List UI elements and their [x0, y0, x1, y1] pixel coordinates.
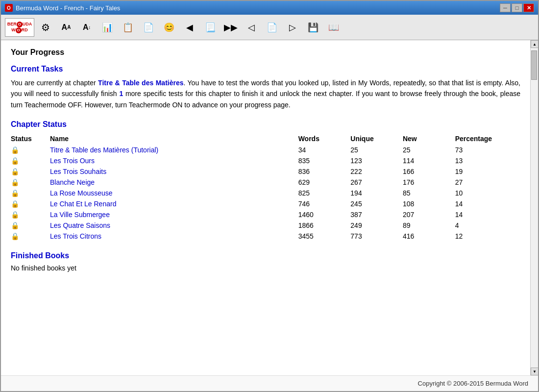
book-icon[interactable]: 📖	[324, 18, 343, 37]
font-size-icon[interactable]: AA	[57, 18, 75, 37]
words-cell: 629	[298, 177, 351, 188]
main-area: Your Progress Current Tasks You are curr…	[1, 40, 538, 375]
chapter-name-cell[interactable]: Les Trois Souhaits	[50, 166, 298, 177]
chapter-name-cell[interactable]: Les Trois Citrons	[50, 231, 298, 242]
percentage-cell: 4	[455, 220, 520, 231]
status-cell: 🔒	[11, 166, 50, 177]
chapter-link-5[interactable]: Le Chat Et Le Renard	[50, 200, 116, 208]
lock-icon: 🔒	[11, 232, 19, 240]
chapter-name-cell[interactable]: La Ville Submergee	[50, 209, 298, 220]
chapter-name-cell[interactable]: Le Chat Et Le Renard	[50, 198, 298, 209]
page-title: Your Progress	[11, 48, 520, 57]
new-cell: 416	[403, 231, 455, 242]
words-cell: 825	[298, 188, 351, 198]
fast-forward-icon[interactable]: ▶▶	[221, 18, 240, 37]
maximize-button[interactable]: □	[512, 3, 522, 12]
chapter-link-1[interactable]: Les Trois Ours	[50, 157, 95, 165]
status-cell: 🔒	[11, 198, 50, 209]
current-tasks-text: You are currently at chapter Titre & Tab…	[11, 77, 520, 110]
chapter-link-0[interactable]: Titre & Table des Matières (Tutorial)	[50, 146, 158, 154]
lock-icon: 🔒	[11, 178, 19, 186]
percentage-cell: 10	[455, 188, 520, 198]
chapter-count: 1	[119, 90, 123, 98]
table-header-row: Status Name Words Unique New Percentage	[11, 133, 520, 145]
scroll-up-arrow[interactable]: ▲	[531, 40, 538, 48]
percentage-cell: 19	[455, 166, 520, 177]
status-header: Status	[11, 133, 50, 145]
table-row: 🔒Les Trois Citrons345577341612	[11, 231, 520, 242]
logo-text: BEROUDAWORD	[7, 22, 32, 33]
chapter-link[interactable]: Titre & Table des Matières	[98, 79, 183, 87]
scroll-thumb[interactable]	[531, 50, 537, 80]
new-cell: 207	[403, 209, 455, 220]
scroll-track[interactable]	[531, 48, 538, 368]
text-view-icon[interactable]: 📃	[201, 18, 220, 37]
clipboard-icon[interactable]: 📋	[119, 18, 137, 37]
chapter-link-6[interactable]: La Ville Submergee	[50, 211, 110, 219]
back-icon[interactable]: ◁	[242, 18, 261, 37]
window-controls: ─ □ ✕	[500, 3, 534, 12]
forward-icon[interactable]: ▷	[283, 18, 302, 37]
copyright-text: Copyright © 2006-2015 Bermuda Word	[418, 380, 528, 387]
new-cell: 166	[403, 166, 455, 177]
notes-icon[interactable]: 📄	[139, 18, 158, 37]
app-icon: O	[5, 4, 13, 12]
finished-books-heading: Finished Books	[11, 251, 520, 260]
chapter-link-8[interactable]: Les Trois Citrons	[50, 232, 101, 240]
page-icon[interactable]: 📄	[263, 18, 281, 37]
words-cell: 3455	[298, 231, 351, 242]
lock-icon: 🔒	[11, 146, 19, 154]
chapter-link-2[interactable]: Les Trois Souhaits	[50, 168, 106, 175]
chapter-link-4[interactable]: La Rose Mousseuse	[50, 189, 113, 197]
unique-cell: 194	[350, 188, 403, 198]
chapter-name-cell[interactable]: Titre & Table des Matières (Tutorial)	[50, 145, 298, 155]
chapter-link-3[interactable]: Blanche Neige	[50, 178, 95, 186]
lock-icon: 🔒	[11, 200, 19, 208]
words-header: Words	[298, 133, 351, 145]
name-header: Name	[50, 133, 298, 145]
minimize-button[interactable]: ─	[500, 3, 511, 12]
content-area[interactable]: Your Progress Current Tasks You are curr…	[1, 40, 530, 375]
chart-icon[interactable]: 📊	[98, 18, 117, 37]
lock-icon: 🔒	[11, 211, 19, 219]
percentage-cell: 14	[455, 209, 520, 220]
unique-cell: 222	[350, 166, 403, 177]
status-cell: 🔒	[11, 177, 50, 188]
font-change-icon[interactable]: A↕	[77, 18, 96, 37]
chapter-table: Status Name Words Unique New Percentage …	[11, 133, 520, 242]
status-cell: 🔒	[11, 220, 50, 231]
percentage-header: Percentage	[455, 133, 520, 145]
unique-cell: 387	[350, 209, 403, 220]
app-icon-text: O	[7, 5, 11, 11]
face-icon[interactable]: 😊	[160, 18, 178, 37]
window-title: Bermuda Word - French - Fairy Tales	[16, 4, 120, 12]
table-row: 🔒Les Trois Ours83512311413	[11, 155, 520, 166]
chapter-name-cell[interactable]: Blanche Neige	[50, 177, 298, 188]
finished-books-text: No finished books yet	[11, 264, 520, 272]
words-cell: 34	[298, 145, 351, 155]
settings-icon[interactable]: ⚙	[36, 18, 55, 37]
close-button[interactable]: ✕	[523, 3, 534, 12]
logo-button[interactable]: BEROUDAWORD	[5, 18, 34, 37]
status-cell: 🔒	[11, 145, 50, 155]
new-cell: 176	[403, 177, 455, 188]
percentage-cell: 14	[455, 198, 520, 209]
percentage-cell: 73	[455, 145, 520, 155]
finished-books-section: Finished Books No finished books yet	[11, 251, 520, 272]
scroll-down-arrow[interactable]: ▼	[531, 368, 538, 375]
percentage-cell: 12	[455, 231, 520, 242]
chapter-name-cell[interactable]: Les Quatre Saisons	[50, 220, 298, 231]
scrollbar[interactable]: ▲ ▼	[530, 40, 538, 375]
current-tasks-heading: Current Tasks	[11, 65, 520, 74]
status-cell: 🔒	[11, 209, 50, 220]
save-icon[interactable]: 💾	[304, 18, 322, 37]
app-window: O Bermuda Word - French - Fairy Tales ─ …	[0, 0, 539, 392]
percentage-cell: 13	[455, 155, 520, 166]
prev-icon[interactable]: ◀	[180, 18, 199, 37]
chapter-status-section: Chapter Status Status Name Words Unique …	[11, 120, 520, 242]
lock-icon: 🔒	[11, 157, 19, 165]
chapter-link-7[interactable]: Les Quatre Saisons	[50, 221, 110, 229]
chapter-name-cell[interactable]: Les Trois Ours	[50, 155, 298, 166]
unique-cell: 123	[350, 155, 403, 166]
chapter-name-cell[interactable]: La Rose Mousseuse	[50, 188, 298, 198]
